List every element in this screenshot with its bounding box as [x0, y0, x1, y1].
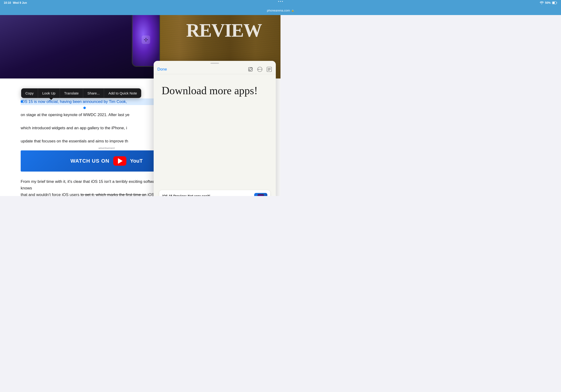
- hero-bg-dark: [0, 15, 154, 78]
- watch-us-text: WATCH US ON: [70, 158, 109, 164]
- youtube-play-button[interactable]: [113, 156, 126, 166]
- strikethrough-text: to get it, which marks the first time an: [81, 193, 147, 196]
- ios-logo-text: ⊹: [144, 37, 148, 43]
- link-card-text: iOS 15 Preview: Not very exciti... iOS 1…: [162, 194, 251, 196]
- thumbnail-content: [254, 193, 267, 196]
- svg-text:Download more apps!: Download more apps!: [162, 85, 258, 97]
- time-display: 10:10: [4, 1, 11, 4]
- tab-dots: [278, 1, 280, 2]
- thumbnail-phone-screen: [258, 194, 264, 196]
- status-bar-left: 10:10 Wed 9 Jun: [4, 1, 27, 4]
- status-bar: 10:10 Wed 9 Jun 50%: [0, 0, 280, 6]
- selection-handle-right[interactable]: [83, 107, 86, 109]
- youtube-label: YouT: [130, 158, 143, 164]
- handwriting-svg: Download more apps!: [159, 79, 267, 100]
- date-display: Wed 9 Jun: [13, 1, 27, 4]
- note-toolbar-icons: [248, 66, 272, 72]
- note-toolbar: Done: [154, 65, 276, 74]
- dot1: [278, 1, 279, 2]
- link-card-title: iOS 15 Preview: Not very exciti...: [162, 194, 251, 196]
- note-link-card[interactable]: iOS 15 Preview: Not very exciti... iOS 1…: [159, 190, 270, 196]
- context-menu-translate[interactable]: Translate: [60, 88, 83, 98]
- context-menu-lookup[interactable]: Look Up: [38, 88, 60, 98]
- note-handle: [210, 63, 219, 64]
- selection-handle-left[interactable]: [21, 100, 23, 103]
- context-menu: Copy Look Up Translate Share... Add to Q…: [21, 88, 141, 98]
- review-label: REVIEW: [186, 20, 262, 41]
- svg-point-5: [261, 69, 262, 70]
- quick-note-panel: Done: [154, 61, 276, 196]
- phone-wallpaper: ⊹: [132, 15, 159, 66]
- main-content: ⊹ REVIEW Copy Look Up Translate Share...…: [0, 15, 280, 196]
- note-new-icon[interactable]: [248, 66, 253, 72]
- yt-play-icon: [118, 158, 123, 164]
- context-menu-copy[interactable]: Copy: [21, 88, 38, 98]
- bottom-line2-text: that and wouldn't force iOS users: [21, 193, 79, 196]
- thumbnail-phone-shape: [258, 194, 264, 196]
- url-text: phonearena.com: [267, 9, 280, 12]
- note-more-icon[interactable]: [257, 66, 263, 72]
- dot2: [280, 1, 280, 2]
- phone-screen: ⊹: [132, 15, 159, 66]
- link-card-thumbnail: [254, 193, 267, 196]
- note-done-button[interactable]: Done: [157, 67, 167, 72]
- ios-icon: ⊹: [142, 35, 150, 44]
- note-body: Download more apps! iOS 15 Preview: Not …: [154, 74, 276, 196]
- handwriting-area: Download more apps!: [159, 79, 270, 101]
- browser-chrome: phonearena.com 🔒: [0, 6, 280, 15]
- svg-point-4: [259, 69, 260, 70]
- context-menu-quicknote[interactable]: Add to Quick Note: [104, 88, 141, 98]
- url-bar[interactable]: phonearena.com 🔒: [267, 9, 280, 12]
- note-list-icon[interactable]: [266, 66, 272, 72]
- context-menu-share[interactable]: Share...: [83, 88, 104, 98]
- phone-mockup: ⊹: [132, 15, 160, 67]
- review-text-overlay: REVIEW: [186, 20, 262, 41]
